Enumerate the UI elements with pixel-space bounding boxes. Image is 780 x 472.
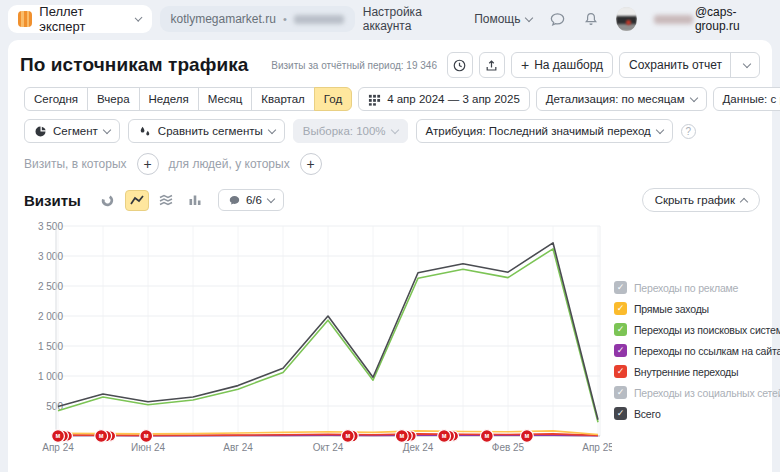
visits-period-summary: Визиты за отчётный период: 19 346 xyxy=(271,60,437,71)
help-icon[interactable]: ? xyxy=(681,124,696,139)
legend-item[interactable]: ✓Всего xyxy=(614,406,760,421)
notifications-bell-icon[interactable] xyxy=(583,11,599,27)
stacked-area-type-icon[interactable] xyxy=(154,190,178,211)
attribution-dropdown[interactable]: Атрибуция: Последний значимый переход xyxy=(416,119,673,143)
svg-text:м: м xyxy=(56,432,61,439)
chart-header: Визиты 6/6 Скрыть график xyxy=(24,188,760,212)
counter-selector[interactable]: Пеллет эксперт xyxy=(8,5,152,33)
svg-text:м: м xyxy=(99,432,104,439)
export-button[interactable] xyxy=(479,52,505,78)
line-chart-type-icon[interactable] xyxy=(125,190,149,211)
legend-label: Прямые заходы xyxy=(634,303,709,315)
period-preset-button[interactable]: Год xyxy=(314,87,352,111)
svg-text:м: м xyxy=(484,432,489,439)
chevron-down-icon xyxy=(656,125,664,133)
separator-dot: • xyxy=(283,13,287,25)
help-menu[interactable]: Помощь xyxy=(474,12,532,26)
chevron-down-icon xyxy=(267,194,275,202)
traffic-line-chart[interactable]: 05001 0001 5002 0002 5003 0003 500Апр 24… xyxy=(20,218,612,464)
segment-button[interactable]: Сегмент xyxy=(24,119,120,143)
svg-text:Июн 24: Июн 24 xyxy=(131,442,166,453)
legend-item[interactable]: ✓Переходы по ссылкам на сайтах xyxy=(614,343,760,358)
add-to-dashboard-button[interactable]: + На дашборд xyxy=(511,52,613,78)
legend-label: Всего xyxy=(634,408,661,420)
top-right-nav: Настройка аккаунта Помощь @caps-group.ru xyxy=(363,5,768,33)
legend-item[interactable]: ✓Переходы по рекламе xyxy=(614,280,760,295)
period-preset-button[interactable]: Вчера xyxy=(87,87,139,111)
svg-text:м: м xyxy=(399,432,404,439)
svg-text:2 000: 2 000 xyxy=(38,311,63,322)
chat-icon[interactable] xyxy=(549,11,566,28)
counter-favicon xyxy=(18,11,32,27)
period-row: СегодняВчераНеделяМесяцКварталГод 4 апр … xyxy=(24,87,760,111)
save-report-menu[interactable] xyxy=(730,53,750,77)
detalization-dropdown[interactable]: Детализация: по месяцам xyxy=(536,87,707,111)
pie-chart-type-icon[interactable] xyxy=(96,190,120,211)
save-report-label: Сохранить отчет xyxy=(629,58,722,72)
people-filter-label: для людей, у которых xyxy=(169,157,290,171)
counter-name: Пеллет эксперт xyxy=(39,4,123,34)
legend-checkbox-icon[interactable]: ✓ xyxy=(614,365,627,378)
plus-icon: + xyxy=(521,57,529,73)
chart-area: 05001 0001 5002 0002 5003 0003 500Апр 24… xyxy=(20,218,760,464)
svg-text:Окт 24: Окт 24 xyxy=(313,442,344,453)
report-card: По источникам трафика Визиты за отчётный… xyxy=(8,40,772,472)
annotations-dropdown[interactable]: 6/6 xyxy=(218,189,284,211)
save-report-button[interactable]: Сохранить отчет xyxy=(619,52,760,78)
legend-checkbox-icon[interactable]: ✓ xyxy=(614,344,627,357)
date-range-button[interactable]: 4 апр 2024 — 3 апр 2025 xyxy=(358,87,530,111)
segment-pie-icon xyxy=(34,125,47,138)
filter-row: Визиты, в которых + для людей, у которых… xyxy=(24,153,760,175)
segment-row: Сегмент Сравнить сегменты Выборка: 100% … xyxy=(24,119,760,143)
legend-item[interactable]: ✓Прямые заходы xyxy=(614,301,760,316)
top-bar: Пеллет эксперт kotlymegamarket.ru • Наст… xyxy=(0,0,780,38)
legend-checkbox-icon[interactable]: ✓ xyxy=(614,281,627,294)
site-info[interactable]: kotlymegamarket.ru • xyxy=(160,6,355,32)
legend-item[interactable]: ✓Внутренние переходы xyxy=(614,364,760,379)
legend-label: Переходы по рекламе xyxy=(634,282,738,294)
svg-text:Дек 24: Дек 24 xyxy=(403,442,434,453)
legend-item[interactable]: ✓Переходы из социальных сетей xyxy=(614,385,760,400)
legend-item[interactable]: ✓Переходы из поисковых систем xyxy=(614,322,760,337)
legend-label: Внутренние переходы xyxy=(634,366,738,378)
svg-text:Авг 24: Авг 24 xyxy=(223,442,253,453)
user-email[interactable]: @caps-group.ru xyxy=(654,5,768,33)
compare-segments-button[interactable]: Сравнить сегменты xyxy=(128,119,285,143)
period-preset-button[interactable]: Месяц xyxy=(198,87,253,111)
period-preset-button[interactable]: Неделя xyxy=(139,87,199,111)
chart-legend: ✓Переходы по рекламе✓Прямые заходы✓Перех… xyxy=(614,280,760,464)
add-people-filter-button[interactable]: + xyxy=(300,153,322,175)
sampling-label: Выборка: 100% xyxy=(303,125,386,137)
legend-checkbox-icon[interactable]: ✓ xyxy=(614,323,627,336)
title-row: По источникам трафика Визиты за отчётный… xyxy=(20,40,760,78)
date-range-label: 4 апр 2024 — 3 апр 2025 xyxy=(387,93,520,105)
svg-text:Фев 25: Фев 25 xyxy=(492,442,525,453)
data-mode-dropdown[interactable]: Данные: с роботами xyxy=(713,87,780,111)
bar-chart-type-icon[interactable] xyxy=(183,190,207,211)
data-mode-label: Данные: с роботами xyxy=(723,93,780,105)
svg-text:м: м xyxy=(524,432,529,439)
legend-checkbox-icon[interactable]: ✓ xyxy=(614,407,627,420)
calendar-grid-icon xyxy=(368,93,381,106)
add-visits-filter-button[interactable]: + xyxy=(137,153,159,175)
svg-text:1 500: 1 500 xyxy=(38,341,63,352)
period-preset-button[interactable]: Квартал xyxy=(251,87,314,111)
legend-label: Переходы из социальных сетей xyxy=(634,387,780,399)
sampling-dropdown: Выборка: 100% xyxy=(293,119,408,143)
report-history-button[interactable] xyxy=(447,52,473,78)
chevron-up-icon xyxy=(740,198,748,206)
user-avatar[interactable] xyxy=(616,7,636,31)
email-domain: @caps-group.ru xyxy=(695,5,768,33)
compare-segments-label: Сравнить сегменты xyxy=(158,125,263,137)
page-title: По источникам трафика xyxy=(20,54,249,76)
period-preset-button[interactable]: Сегодня xyxy=(24,87,88,111)
svg-text:Апр 24: Апр 24 xyxy=(42,442,74,453)
svg-text:3 500: 3 500 xyxy=(38,221,63,232)
legend-label: Переходы по ссылкам на сайтах xyxy=(634,345,780,357)
hide-chart-button[interactable]: Скрыть график xyxy=(642,188,760,212)
chart-title: Визиты xyxy=(24,192,81,209)
title-actions: Визиты за отчётный период: 19 346 + На д… xyxy=(271,52,760,78)
legend-checkbox-icon[interactable]: ✓ xyxy=(614,386,627,399)
account-settings-link[interactable]: Настройка аккаунта xyxy=(363,5,457,33)
legend-checkbox-icon[interactable]: ✓ xyxy=(614,302,627,315)
